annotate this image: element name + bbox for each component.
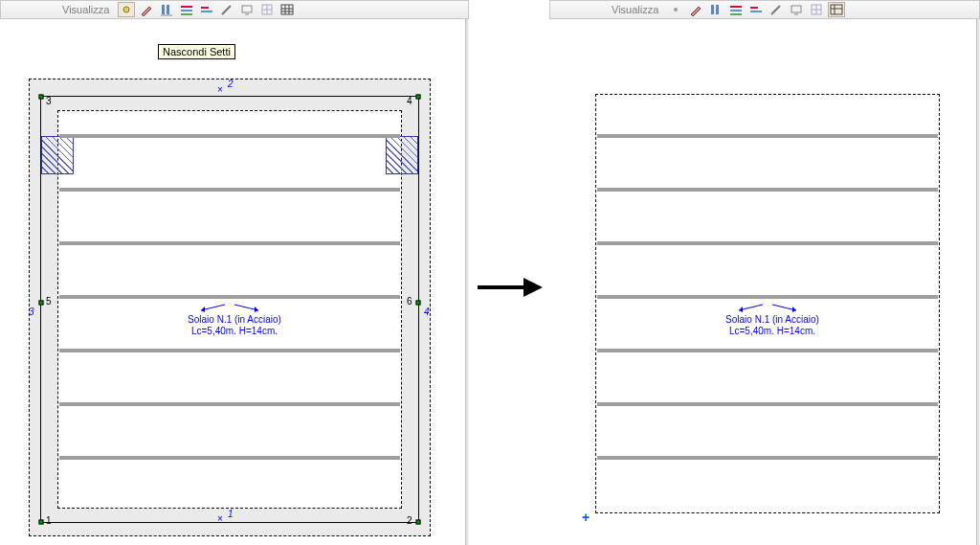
cursor-cross-icon: + [582, 510, 590, 525]
beam-6 [59, 402, 400, 406]
toolbar-right: Visualizza [549, 0, 980, 19]
pencil-icon[interactable] [138, 2, 155, 17]
shear-wall-right[interactable] [386, 136, 418, 174]
beam-r6 [597, 402, 938, 406]
svg-rect-14 [281, 5, 293, 14]
grid-icon[interactable] [258, 2, 276, 17]
arrow-right-icon [476, 273, 543, 302]
annot-line1: Solaio N.1 (in Acciaio) [188, 314, 281, 325]
edge-top-label: 2 [228, 79, 234, 89]
beam-5 [59, 349, 400, 352]
beam-3 [59, 241, 400, 245]
tooltip-nascondi-setti: Nascondi Setti [158, 44, 235, 59]
beam-1 [59, 134, 400, 138]
grid-icon[interactable] [808, 2, 825, 17]
node-2-dot[interactable] [416, 520, 421, 525]
left-panel: Visualizza Na [0, 0, 469, 545]
annot-line1-r: Solaio N.1 (in Acciaio) [725, 314, 819, 325]
node-5-label: 5 [46, 296, 52, 307]
x-marker-top: × [217, 84, 223, 90]
node-1-dot[interactable] [39, 520, 44, 525]
beam-r2 [597, 188, 938, 192]
beams2-icon[interactable] [747, 2, 765, 17]
slab-annotation-r: Solaio N.1 (in Acciaio) Lc=5,40m. H=14cm… [710, 314, 835, 337]
monitor-icon[interactable] [238, 2, 256, 17]
pencil2-icon[interactable] [218, 2, 235, 17]
span-arrows-icon [729, 301, 806, 314]
span-arrows-icon [191, 301, 268, 314]
node-1-label: 1 [46, 515, 52, 526]
beams-icon[interactable] [178, 2, 195, 17]
edge-left-label: 3 [29, 307, 34, 317]
annot-line2: Lc=5,40m. H=14cm. [191, 326, 278, 336]
panel-divider [465, 19, 469, 545]
svg-rect-31 [791, 6, 801, 12]
node-6-dot[interactable] [416, 301, 421, 306]
pencil-icon[interactable] [687, 2, 704, 17]
svg-rect-9 [242, 6, 252, 12]
svg-rect-2 [167, 5, 169, 14]
right-panel: Visualizza [549, 0, 980, 545]
align-icon[interactable] [707, 2, 724, 17]
beam-4 [59, 295, 400, 299]
svg-marker-22 [523, 278, 543, 297]
beam-r5 [597, 349, 938, 352]
beams-icon[interactable] [727, 2, 745, 17]
svg-rect-24 [711, 5, 714, 14]
annot-line2-r: Lc=5,40m. H=14cm. [729, 326, 815, 336]
svg-point-23 [674, 8, 678, 11]
highlight-icon[interactable] [667, 2, 684, 17]
beam-r7 [597, 456, 938, 460]
visualize-label-r: Visualizza [612, 4, 658, 15]
table-icon[interactable] [278, 2, 296, 17]
slab-annotation: Solaio N.1 (in Acciaio) Lc=5,40m. H=14cm… [172, 314, 297, 337]
edge-bottom-label: 1 [228, 509, 234, 519]
node-2-label: 2 [407, 515, 412, 526]
canvas-right[interactable]: Solaio N.1 (in Acciaio) Lc=5,40m. H=14cm… [549, 19, 980, 545]
node-6-label: 6 [407, 296, 412, 307]
panel-divider-r [976, 19, 980, 545]
table-icon[interactable] [828, 2, 845, 17]
beam-7 [59, 456, 400, 460]
align-icon[interactable] [158, 2, 175, 17]
svg-rect-25 [716, 5, 719, 14]
beams2-icon[interactable] [198, 2, 215, 17]
svg-rect-36 [831, 5, 842, 14]
tooltip-text: Nascondi Setti [163, 46, 231, 57]
node-3-dot[interactable] [39, 95, 44, 100]
canvas-left[interactable]: Nascondi Setti × × 2 1 3 4 3 4 5 [0, 19, 469, 545]
toolbar-left: Visualizza [0, 0, 469, 19]
beam-r3 [597, 241, 938, 245]
highlight-icon[interactable] [118, 2, 135, 17]
svg-point-0 [123, 7, 129, 12]
visualize-label: Visualizza [62, 4, 109, 15]
pencil2-icon[interactable] [768, 2, 785, 17]
monitor-icon[interactable] [788, 2, 805, 17]
beam-2 [59, 188, 400, 192]
node-3-label: 3 [46, 96, 52, 106]
edge-right-label: 4 [424, 307, 430, 317]
beam-r1 [597, 134, 938, 138]
node-4-dot[interactable] [416, 95, 421, 100]
svg-rect-1 [162, 5, 165, 14]
node-5-dot[interactable] [39, 301, 44, 306]
node-4-label: 4 [407, 96, 412, 106]
x-marker-bottom: × [217, 513, 223, 519]
beam-r4 [597, 295, 938, 299]
shear-wall-left[interactable] [41, 136, 74, 174]
